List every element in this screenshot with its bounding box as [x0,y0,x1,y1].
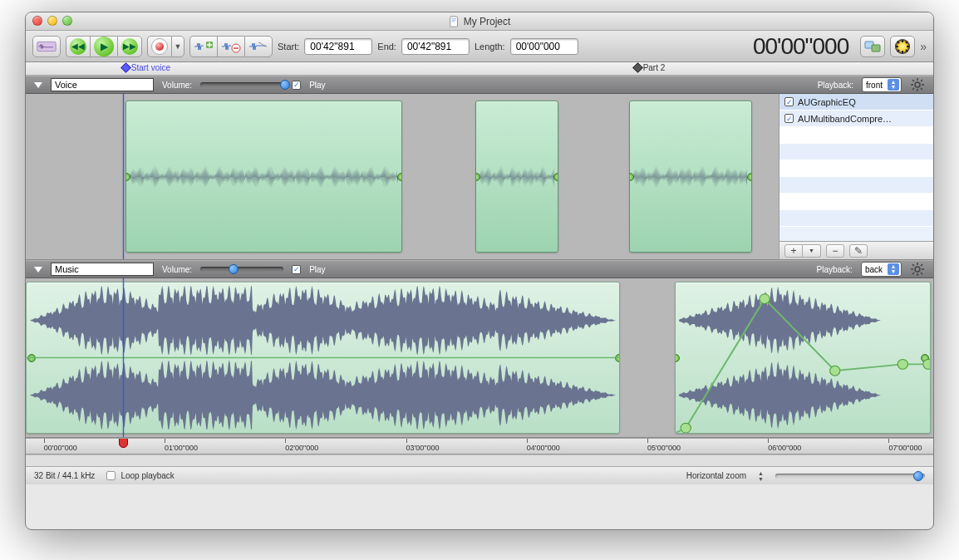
effect-name: AUMultibandCompre… [798,114,892,124]
start-time-input[interactable] [304,38,372,55]
export-button[interactable] [860,36,885,57]
play-checkbox[interactable]: ✓ [292,265,301,274]
play-label: Play [309,81,325,90]
rewind-button[interactable]: ◀◀ [66,36,90,57]
track-name-input[interactable] [51,78,154,91]
playback-label: Playback: [818,81,853,90]
gear-icon[interactable] [910,77,925,92]
titlebar: My Project [26,12,933,31]
play-checkbox[interactable]: ✓ [292,81,301,90]
waveform [480,150,554,204]
playback-select[interactable]: front ▴▾ [862,77,902,92]
main-timecode: 00'00"000 [753,33,848,60]
audio-clip[interactable] [475,101,558,253]
effects-panel: ✓ AUGraphicEQ ✓ AUMultibandCompre… + ▼ −… [779,94,933,259]
svg-point-12 [829,366,839,376]
zoom-stepper-icon[interactable]: ▲▼ [758,470,764,482]
loop-checkbox[interactable]: ✓ [106,471,116,480]
audio-clip[interactable] [675,282,931,434]
marker-ruler[interactable]: Start voice Part 2 [26,62,933,76]
marker-diamond-icon [120,62,131,73]
volume-label: Volume: [162,265,192,274]
loop-label: Loop playback [120,471,175,480]
audio-clip[interactable] [26,282,620,434]
zoom-slider[interactable] [775,474,925,479]
waveform [30,282,616,433]
select-stepper-icon: ▴▾ [888,79,899,91]
effect-item-empty [779,194,933,210]
record-options-button[interactable]: ▼ [171,36,184,57]
playhead-handle[interactable] [119,438,128,448]
play-label: Play [309,265,325,274]
playback-value: front [866,81,883,90]
effect-item-empty [779,210,933,227]
svg-point-13 [898,359,907,369]
playback-select[interactable]: back ▴▾ [861,262,902,277]
add-effect-button[interactable]: + [784,244,803,258]
app-window: My Project ◀◀ ▶ ▶▶ ▼ Start: End: Length:… [25,12,934,530]
waveform [130,150,398,204]
effects-footer: + ▼ − ✎ [779,241,933,259]
ruler-tick: 05'00"000 [647,439,681,454]
envelope-line[interactable] [676,282,930,433]
end-time-input[interactable] [401,38,470,55]
svg-point-14 [923,359,930,369]
effect-item[interactable]: ✓ AUGraphicEQ [779,94,933,111]
toolbar: ◀◀ ▶ ▶▶ ▼ Start: End: Length: 00'00"000 … [26,31,933,62]
track-body-voice[interactable]: ✓ AUGraphicEQ ✓ AUMultibandCompre… + ▼ −… [26,94,933,260]
edit-effect-button[interactable]: ✎ [849,244,868,258]
record-button[interactable] [147,36,171,57]
toolbar-overflow-button[interactable]: » [920,40,927,53]
window-title: My Project [464,16,511,27]
transport-segment: ◀◀ ▶ ▶▶ [66,36,142,57]
effect-item-empty [779,160,933,177]
minimize-button[interactable] [47,16,57,26]
effect-checkbox[interactable]: ✓ [784,97,794,106]
volume-slider[interactable] [200,82,283,87]
add-effect-menu[interactable]: ▼ [803,244,821,258]
burn-button[interactable] [890,36,915,57]
length-input[interactable] [510,38,578,55]
cursor-tool-button[interactable] [32,36,61,57]
statusbar: 32 Bit / 44.1 kHz ✓ Loop playback Horizo… [26,466,933,484]
add-clip-button[interactable] [189,36,217,57]
track-header-music: Volume: ✓ Play Playback: back ▴▾ [26,260,933,278]
volume-slider[interactable] [200,267,283,272]
effect-item[interactable]: ✓ AUMultibandCompre… [779,111,933,127]
horizontal-scrollbar[interactable] [26,454,933,466]
close-button[interactable] [32,16,42,26]
gear-icon[interactable] [910,262,925,277]
waveform [633,150,747,204]
remove-effect-button[interactable]: − [826,244,844,258]
start-label: Start: [278,42,299,52]
ruler-tick: 02'00"000 [285,439,318,454]
svg-point-11 [760,294,770,304]
select-stepper-icon: ▴▾ [888,263,899,275]
zoom-button[interactable] [62,16,72,26]
effect-name: AUGraphicEQ [798,97,856,107]
svg-rect-5 [872,45,880,52]
time-ruler[interactable]: 00'00"00001'00"00002'00"00003'00"00004'0… [26,438,933,454]
ruler-tick: 03'00"000 [406,439,440,454]
svg-point-7 [915,82,920,87]
audio-clip[interactable] [629,101,751,253]
marker-start-voice[interactable]: Start voice [122,63,170,72]
track-name-input[interactable] [51,263,154,276]
ruler-tick: 04'00"000 [527,439,560,454]
disclosure-triangle[interactable] [34,267,42,273]
fade-tool-button[interactable] [244,36,273,57]
track-body-music[interactable] [26,278,933,438]
forward-button[interactable]: ▶▶ [117,36,142,57]
remove-clip-button[interactable] [217,36,244,57]
svg-point-10 [681,423,691,433]
marker-diamond-icon [632,62,643,73]
audio-clip[interactable] [125,101,402,253]
effect-checkbox[interactable]: ✓ [784,114,794,123]
play-button[interactable]: ▶ [90,36,117,57]
volume-label: Volume: [162,81,192,90]
audio-format-label: 32 Bit / 44.1 kHz [34,471,95,480]
ruler-tick: 07'00"000 [888,439,922,454]
ruler-tick: 06'00"000 [768,439,801,454]
disclosure-triangle[interactable] [34,82,42,88]
marker-part-2[interactable]: Part 2 [634,63,666,72]
